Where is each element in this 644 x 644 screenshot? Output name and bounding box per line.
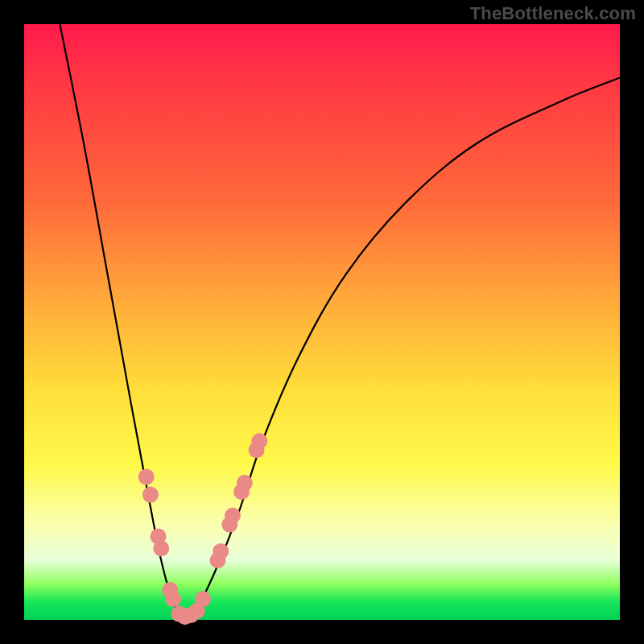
- bead-marker: [251, 433, 267, 449]
- watermark-text: TheBottleneck.com: [470, 3, 636, 24]
- chart-frame: TheBottleneck.com: [0, 0, 644, 644]
- bottleneck-curve: [60, 24, 620, 620]
- bead-marker: [195, 591, 211, 607]
- bead-marker: [142, 487, 159, 503]
- bead-marker: [213, 543, 229, 559]
- beads-group: [138, 433, 268, 625]
- bead-marker: [153, 540, 169, 556]
- bead-marker: [237, 475, 253, 491]
- bead-marker: [165, 591, 181, 607]
- curve-group: [60, 24, 620, 620]
- bead-marker: [138, 469, 155, 485]
- chart-svg: [24, 24, 620, 620]
- bead-marker: [225, 508, 241, 524]
